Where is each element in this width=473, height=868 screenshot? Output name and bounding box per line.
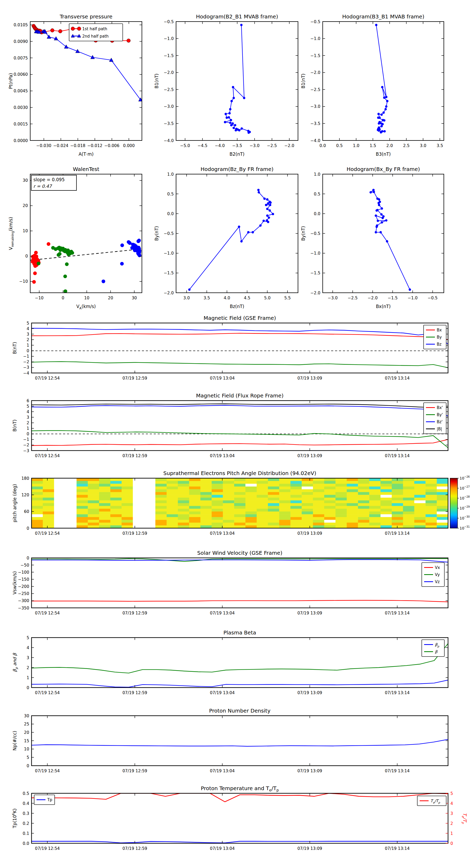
hodogram-bzby-ytick: −1.5 xyxy=(164,271,174,275)
b-gse-ytick: −4 xyxy=(23,371,29,376)
b-gse-ylabel: B(nT) xyxy=(12,342,18,354)
proton-temperature-xtick: 07/19 13:09 xyxy=(298,846,322,851)
hodogram-b3b1-ytick: −4.0 xyxy=(310,138,320,143)
pad-spectrogram-xtick: 07/19 13:09 xyxy=(298,531,322,536)
b-gse-ytick: −2 xyxy=(23,360,29,364)
vsw-gse-xtick: 07/19 13:04 xyxy=(210,611,235,616)
transverse-pressure-ytick: 0.0000 xyxy=(14,138,28,143)
b-fr-ytick: 6 xyxy=(27,399,29,403)
walen-test-annotation: slope = 0.095r = 0.47 xyxy=(31,175,76,190)
proton-density-ytick: 15 xyxy=(24,739,29,743)
hodogram-b3b1-xtick: 3.0 xyxy=(420,143,427,148)
pad-spectrogram-ytick: 120 xyxy=(21,493,29,497)
vsw-gse-series-Vz xyxy=(32,560,448,562)
b-fr-ytick: 4 xyxy=(27,409,29,414)
hodogram-b2b1-ytick: −3.0 xyxy=(164,104,174,109)
proton-density-xtick: 07/19 12:59 xyxy=(123,769,147,773)
transverse-pressure-xtick: 0.000 xyxy=(123,143,135,148)
vsw-gse-xtick: 07/19 13:09 xyxy=(298,611,322,616)
vsw-gse-xtick: 07/19 12:54 xyxy=(35,611,60,616)
pad-spectrogram-ytick: 0 xyxy=(27,526,29,531)
b-fr-legend-label: By' xyxy=(437,412,443,417)
walen-test-series-middle-interval xyxy=(37,246,74,293)
proton-temperature-ytick: 0.2 xyxy=(23,821,29,826)
hodogram-b2b1-xtick: −5.0 xyxy=(180,143,190,148)
hodogram-bxby-ytick: 0.0 xyxy=(314,212,320,216)
hodogram-bzby-series-Bz_By path xyxy=(188,189,274,291)
walen-test-xtick: 30 xyxy=(132,296,137,300)
hodogram-bzby-xtick: 3.5 xyxy=(203,296,210,300)
b-fr-ytick: 5 xyxy=(27,404,29,409)
pad-spectrogram-colorbar-tick: 10−29 xyxy=(460,505,470,510)
hodogram-b3b1-ytick: −2.5 xyxy=(310,87,320,92)
vsw-gse-ytick: −200 xyxy=(18,584,29,589)
transverse-pressure-xtick: −0.024 xyxy=(53,143,68,148)
hodogram-b2b1-ytick: −0.5 xyxy=(164,20,174,24)
proton-temperature-xtick: 07/19 13:04 xyxy=(210,846,235,851)
b-fr-ytick: 3 xyxy=(27,415,29,420)
panel-b-fr: 07/19 12:5407/19 12:5907/19 13:0407/19 1… xyxy=(12,393,448,458)
hodogram-bzby-xtick: 5.5 xyxy=(284,296,291,300)
hodogram-bxby-ylabel: By(nT) xyxy=(301,226,306,241)
proton-temperature-legend-label: Tp xyxy=(47,798,52,802)
hodogram-bzby-ytick: −2.0 xyxy=(164,291,174,296)
panel-hodogram-b2b1: −5.0−4.5−4.0−3.5−3.0−2.5−2.0−4.0−3.5−3.0… xyxy=(154,13,298,157)
transverse-pressure-ytick: 0.0090 xyxy=(14,39,28,44)
panel-transverse-pressure: −0.030−0.024−0.018−0.012−0.0060.0000.000… xyxy=(8,13,142,157)
vsw-gse-ytick: −100 xyxy=(18,570,29,575)
hodogram-b2b1-axes xyxy=(176,22,298,141)
hodogram-b3b1-xtick: 3.5 xyxy=(437,143,443,148)
hodogram-b3b1-ytick: −0.5 xyxy=(310,20,320,24)
b-gse-series-By xyxy=(32,362,448,368)
walen-test-ytick: −10 xyxy=(19,279,28,284)
proton-temperature-xtick: 07/19 12:59 xyxy=(123,846,147,851)
hodogram-b3b1-ytick: −1.0 xyxy=(310,36,320,41)
plasma-beta-legend: βpβ xyxy=(422,640,444,656)
b-gse-xtick: 07/19 13:14 xyxy=(385,376,409,381)
transverse-pressure-legend-label: 1st half path xyxy=(82,27,107,31)
plasma-beta-ytick: 5 xyxy=(27,636,29,640)
hodogram-b3b1-xtick: 0.0 xyxy=(319,143,326,148)
panel-vsw-gse: 07/19 12:5407/19 12:5907/19 13:0407/19 1… xyxy=(12,550,448,616)
proton-temperature-ytick: 0.4 xyxy=(23,801,29,806)
b-fr-ytick: −3 xyxy=(23,448,29,453)
hodogram-b2b1-title: Hodogram(B2_B1 MVAB frame) xyxy=(196,13,278,20)
plasma-beta-series-beta xyxy=(32,644,448,673)
hodogram-bxby-xtick: −0.5 xyxy=(428,296,438,300)
b-fr-series-Bx' xyxy=(32,439,448,445)
proton-temperature-y2tick: 0 xyxy=(450,841,453,846)
proton-temperature-axes xyxy=(32,793,448,843)
b-fr-title: Magnetic Field (Flux Rope Frame) xyxy=(196,393,283,399)
panel-pad-spectrogram: 07/19 12:5407/19 12:5907/19 13:0407/19 1… xyxy=(12,470,470,536)
hodogram-bzby-xtick: 4.0 xyxy=(224,296,230,300)
hodogram-b2b1-series-B2_B1 path xyxy=(224,24,251,134)
proton-temperature-series-Te/Tp xyxy=(32,793,448,802)
plasma-beta-legend-label: β xyxy=(435,649,438,654)
b-fr-axes xyxy=(32,401,448,451)
transverse-pressure-ytick: 0.0030 xyxy=(14,105,28,110)
plasma-beta-title: Plasma Beta xyxy=(223,629,256,636)
plasma-beta-ytick: 4 xyxy=(27,646,29,650)
transverse-pressure-ylabel: Pt(nPa) xyxy=(8,73,13,89)
vsw-gse-ytick: −50 xyxy=(21,563,29,568)
walen-test-xtick: 20 xyxy=(108,296,113,300)
hodogram-bxby-xtick: −2.5 xyxy=(348,296,358,300)
b-fr-xtick: 07/19 13:09 xyxy=(298,454,322,458)
hodogram-b3b1-ytick: −3.0 xyxy=(310,104,320,109)
hodogram-bzby-xtick: 5.0 xyxy=(264,296,271,300)
vsw-gse-legend-label: Vx xyxy=(435,565,440,570)
walen-test-axes xyxy=(30,174,142,293)
transverse-pressure-ytick: 0.0015 xyxy=(14,122,28,126)
vsw-gse-ytick: −350 xyxy=(18,606,29,611)
b-fr-ytick: 1 xyxy=(27,426,29,431)
hodogram-b3b1-xtick: 1.0 xyxy=(353,143,360,148)
transverse-pressure-xtick: −0.030 xyxy=(36,143,51,148)
walen-test-xtick: 10 xyxy=(84,296,89,300)
transverse-pressure-legend-label: 2nd half path xyxy=(82,34,108,39)
pad-spectrogram-colorbar-tick: 10−30 xyxy=(460,515,470,520)
transverse-pressure-xtick: −0.012 xyxy=(87,143,102,148)
hodogram-bzby-ytick: 0.0 xyxy=(167,212,174,216)
pad-spectrogram-title: Suprathermal Electrons Pitch Angle Distr… xyxy=(164,470,316,476)
b-fr-xtick: 07/19 13:14 xyxy=(385,454,409,458)
proton-temperature-legend-right: Te/Tp xyxy=(417,796,446,806)
